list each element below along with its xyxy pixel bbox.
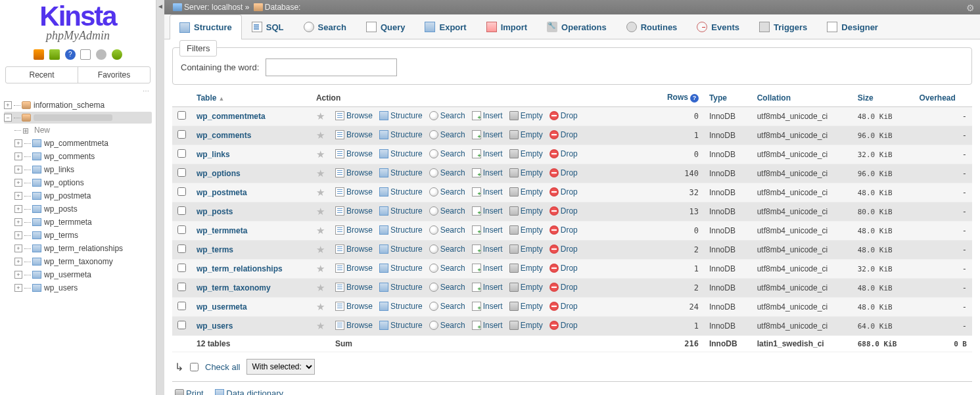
table-name-link[interactable]: wp_users — [197, 321, 233, 331]
insert-action[interactable]: Insert — [472, 168, 503, 177]
expand-icon[interactable]: + — [14, 205, 22, 213]
tree-table[interactable]: +wp_links — [14, 163, 152, 176]
search-action[interactable]: Search — [429, 168, 465, 177]
insert-action[interactable]: Insert — [472, 321, 503, 330]
insert-action[interactable]: Insert — [472, 130, 503, 139]
tab-sql[interactable]: SQL — [242, 14, 294, 39]
search-action[interactable]: Search — [429, 244, 465, 254]
browse-action[interactable]: Browse — [335, 283, 373, 292]
favorite-star-icon[interactable]: ★ — [316, 225, 325, 236]
page-settings-icon[interactable]: ⚙ — [966, 3, 975, 13]
search-action[interactable]: Search — [429, 302, 465, 311]
table-name-link[interactable]: wp_terms — [197, 245, 233, 254]
favorite-star-icon[interactable]: ★ — [316, 263, 325, 274]
filter-input[interactable] — [266, 58, 397, 76]
table-name-link[interactable]: wp_posts — [197, 207, 233, 216]
empty-action[interactable]: Empty — [509, 244, 543, 254]
structure-action[interactable]: Structure — [379, 264, 423, 273]
tab-favorites[interactable]: Favorites — [78, 67, 150, 83]
browse-action[interactable]: Browse — [335, 187, 373, 197]
checkall-checkbox[interactable] — [190, 363, 198, 371]
tree-db-information-schema[interactable]: + information_schema — [4, 99, 152, 112]
table-name-link[interactable]: wp_term_taxonomy — [197, 283, 271, 292]
insert-action[interactable]: Insert — [472, 225, 503, 235]
tab-operations[interactable]: Operations — [537, 14, 617, 39]
row-checkbox[interactable] — [177, 264, 186, 272]
browse-action[interactable]: Browse — [335, 168, 373, 177]
search-action[interactable]: Search — [429, 225, 465, 235]
expand-icon[interactable]: + — [14, 244, 22, 252]
expand-icon[interactable]: + — [14, 139, 22, 147]
col-size[interactable]: Size — [852, 89, 914, 107]
expand-icon[interactable]: + — [14, 258, 22, 266]
favorite-star-icon[interactable]: ★ — [316, 244, 325, 255]
tree-table[interactable]: +wp_posts — [14, 202, 152, 216]
print-link[interactable]: Print — [175, 388, 204, 395]
tab-query[interactable]: Query — [356, 14, 415, 39]
tree-table[interactable]: +wp_users — [14, 281, 152, 294]
drop-action[interactable]: Drop — [549, 244, 578, 254]
browse-action[interactable]: Browse — [335, 264, 373, 273]
empty-action[interactable]: Empty — [509, 225, 543, 235]
tree-table[interactable]: +wp_term_taxonomy — [14, 255, 152, 268]
expand-icon[interactable]: + — [14, 166, 22, 174]
row-checkbox[interactable] — [177, 168, 186, 177]
structure-action[interactable]: Structure — [379, 225, 423, 235]
empty-action[interactable]: Empty — [509, 111, 543, 120]
insert-action[interactable]: Insert — [472, 206, 503, 216]
expand-icon[interactable]: + — [14, 218, 22, 226]
insert-action[interactable]: Insert — [472, 244, 503, 254]
collapse-icon[interactable]: − — [4, 114, 12, 122]
expand-icon[interactable]: + — [14, 231, 22, 239]
tab-search[interactable]: Search — [294, 14, 356, 39]
checkall-label[interactable]: Check all — [205, 362, 240, 372]
row-checkbox[interactable] — [177, 302, 186, 310]
row-checkbox[interactable] — [177, 283, 186, 291]
empty-action[interactable]: Empty — [509, 168, 543, 177]
search-action[interactable]: Search — [429, 264, 465, 273]
exit-icon[interactable] — [49, 49, 60, 60]
structure-action[interactable]: Structure — [379, 244, 423, 254]
insert-action[interactable]: Insert — [472, 302, 503, 311]
search-action[interactable]: Search — [429, 111, 465, 120]
favorite-star-icon[interactable]: ★ — [316, 187, 325, 198]
structure-action[interactable]: Structure — [379, 187, 423, 197]
insert-action[interactable]: Insert — [472, 264, 503, 273]
empty-action[interactable]: Empty — [509, 149, 543, 158]
drop-action[interactable]: Drop — [549, 149, 578, 158]
tree-table[interactable]: +wp_commentmeta — [14, 137, 152, 150]
tab-events[interactable]: Events — [687, 14, 749, 39]
help-icon[interactable]: ? — [65, 49, 76, 60]
data-dictionary-link[interactable]: Data dictionary — [215, 388, 283, 395]
drop-action[interactable]: Drop — [549, 302, 578, 311]
tree-new[interactable]: ⊞ New — [14, 124, 152, 137]
row-checkbox[interactable] — [177, 225, 186, 234]
tab-triggers[interactable]: Triggers — [749, 14, 817, 39]
docs-icon[interactable] — [80, 49, 91, 60]
empty-action[interactable]: Empty — [509, 206, 543, 216]
table-name-link[interactable]: wp_commentmeta — [197, 112, 266, 121]
empty-action[interactable]: Empty — [509, 283, 543, 292]
drop-action[interactable]: Drop — [549, 130, 578, 139]
favorite-star-icon[interactable]: ★ — [316, 149, 325, 160]
search-action[interactable]: Search — [429, 206, 465, 216]
drop-action[interactable]: Drop — [549, 225, 578, 235]
table-name-link[interactable]: wp_links — [197, 150, 230, 159]
browse-action[interactable]: Browse — [335, 244, 373, 254]
drop-action[interactable]: Drop — [549, 187, 578, 197]
browse-action[interactable]: Browse — [335, 225, 373, 235]
row-checkbox[interactable] — [177, 187, 186, 196]
row-checkbox[interactable] — [177, 206, 186, 215]
favorite-star-icon[interactable]: ★ — [316, 110, 325, 122]
table-name-link[interactable]: wp_options — [197, 169, 241, 178]
table-name-link[interactable]: wp_termmeta — [197, 226, 247, 235]
tab-designer[interactable]: Designer — [817, 14, 888, 39]
expand-icon[interactable]: + — [14, 179, 22, 187]
home-icon[interactable] — [34, 49, 44, 60]
browse-action[interactable]: Browse — [335, 149, 373, 158]
structure-action[interactable]: Structure — [379, 206, 423, 216]
row-checkbox[interactable] — [177, 149, 186, 158]
collapse-toggle-icon[interactable]: ⋯ — [0, 86, 156, 96]
row-checkbox[interactable] — [177, 130, 186, 139]
reload-icon[interactable] — [112, 49, 122, 60]
